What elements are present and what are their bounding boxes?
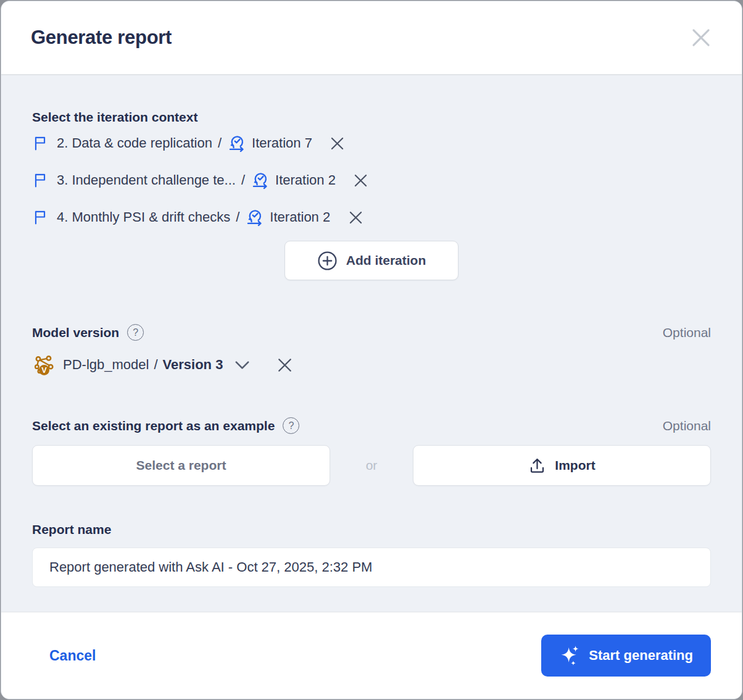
dialog-header: Generate report [1, 1, 742, 75]
model-version-dropdown[interactable] [234, 358, 251, 372]
iteration-sprint-icon [251, 170, 270, 190]
separator: / [230, 209, 245, 225]
select-report-button[interactable]: Select a report [32, 445, 330, 486]
example-report-label-row: Select an existing report as an example … [32, 417, 711, 434]
add-iteration-button[interactable]: Add iteration [284, 241, 459, 280]
import-button[interactable]: Import [413, 445, 711, 486]
start-generating-button[interactable]: Start generating [541, 635, 711, 677]
optional-badge: Optional [663, 325, 711, 340]
start-generating-label: Start generating [589, 648, 693, 664]
example-report-buttons-row: Select a report or Import [32, 445, 711, 486]
close-icon [276, 356, 294, 374]
chevron-down-icon [234, 358, 251, 372]
iteration-sprint-icon [245, 207, 265, 227]
flag-icon [32, 209, 48, 225]
clear-model-button[interactable] [275, 356, 294, 374]
separator: / [212, 135, 227, 151]
model-version-value: Version 3 [163, 357, 223, 373]
upload-icon [528, 457, 546, 474]
dialog-body: Select the iteration context 2. Data & c… [1, 75, 742, 612]
iteration-context-name: 2. Data & code replication [57, 135, 212, 151]
close-dialog-button[interactable] [687, 24, 715, 51]
flag-icon [32, 172, 48, 188]
generate-report-dialog: Generate report Select the iteration con… [1, 1, 742, 699]
model-version-label: Model version [32, 325, 119, 340]
iteration-sprint-icon [227, 133, 247, 153]
example-report-label: Select an existing report as an example [32, 419, 275, 433]
select-report-label: Select a report [136, 458, 226, 473]
add-iteration-label: Add iteration [346, 253, 426, 268]
iteration-context-name: 3. Independent challenge te... [57, 172, 236, 188]
help-glyph: ? [133, 327, 138, 338]
report-name-label: Report name [32, 522, 711, 537]
sparkle-icon [559, 645, 581, 666]
dialog-title: Generate report [31, 27, 172, 49]
separator: / [236, 172, 251, 188]
iteration-context-heading: Select the iteration context [32, 110, 711, 125]
help-glyph: ? [288, 420, 294, 431]
report-name-input[interactable] [32, 548, 711, 587]
dialog-footer: Cancel Start generating [1, 612, 742, 699]
close-icon [347, 209, 364, 226]
model-name: PD-lgb_model [63, 357, 149, 373]
cancel-button[interactable]: Cancel [49, 648, 96, 664]
model-version-value-row: PD-lgb_model / Version 3 [32, 354, 711, 376]
iteration-row: 2. Data & code replication / Iteration 7 [32, 125, 711, 162]
close-icon [689, 26, 713, 49]
remove-iteration-button[interactable] [328, 134, 347, 152]
help-icon[interactable]: ? [127, 324, 144, 341]
iteration-label: Iteration 2 [270, 209, 330, 225]
or-separator: or [330, 458, 413, 473]
iteration-row: 4. Monthly PSI & drift checks / Iteratio… [32, 199, 711, 236]
separator: / [149, 357, 162, 373]
remove-iteration-button[interactable] [352, 171, 370, 190]
plus-circle-icon [317, 251, 338, 271]
flag-icon [32, 135, 48, 151]
remove-iteration-button[interactable] [346, 208, 365, 227]
iteration-row: 3. Independent challenge te... / Iterati… [32, 162, 711, 199]
close-icon [329, 135, 346, 152]
import-label: Import [555, 458, 595, 473]
iteration-context-name: 4. Monthly PSI & drift checks [57, 209, 230, 225]
iteration-label: Iteration 2 [275, 172, 336, 188]
help-icon[interactable]: ? [283, 417, 299, 434]
iteration-label: Iteration 7 [252, 135, 312, 151]
model-icon [32, 354, 56, 376]
close-icon [352, 172, 369, 189]
optional-badge: Optional [663, 419, 711, 433]
model-version-label-row: Model version ? Optional [32, 324, 711, 341]
